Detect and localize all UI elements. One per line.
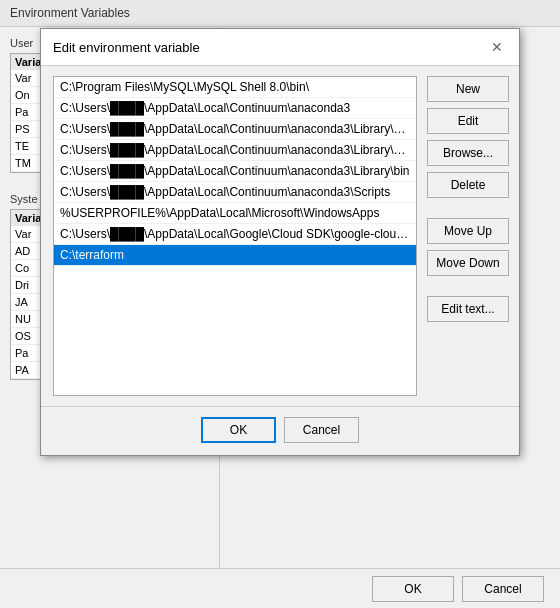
bg-ok-button[interactable]: OK — [372, 576, 454, 602]
edit-env-var-dialog: Edit environment variable ✕ C:\Program F… — [40, 28, 520, 456]
bg-cancel-button[interactable]: Cancel — [462, 576, 544, 602]
dialog-bottom-buttons: OK Cancel — [41, 406, 519, 455]
spacer-2 — [427, 282, 507, 290]
move-down-button[interactable]: Move Down — [427, 250, 509, 276]
new-button[interactable]: New — [427, 76, 509, 102]
list-item-7[interactable]: C:\Users\████\AppData\Local\Google\Cloud… — [54, 224, 416, 245]
dialog-close-button[interactable]: ✕ — [487, 37, 507, 57]
move-up-button[interactable]: Move Up — [427, 218, 509, 244]
edit-button[interactable]: Edit — [427, 108, 509, 134]
list-item-8[interactable]: C:\terraform — [54, 245, 416, 266]
list-item-3[interactable]: C:\Users\████\AppData\Local\Continuum\an… — [54, 140, 416, 161]
dialog-body: C:\Program Files\MySQL\MySQL Shell 8.0\b… — [41, 66, 519, 406]
spacer-1 — [427, 204, 507, 212]
dialog-title: Edit environment variable — [53, 40, 200, 55]
list-item-1[interactable]: C:\Users\████\AppData\Local\Continuum\an… — [54, 98, 416, 119]
list-item-2[interactable]: C:\Users\████\AppData\Local\Continuum\an… — [54, 119, 416, 140]
action-buttons-panel: New Edit Browse... Delete Move Up Move D… — [417, 76, 507, 396]
list-item-0[interactable]: C:\Program Files\MySQL\MySQL Shell 8.0\b… — [54, 77, 416, 98]
dialog-title-bar: Edit environment variable ✕ — [41, 29, 519, 66]
delete-button[interactable]: Delete — [427, 172, 509, 198]
bg-title: Environment Variables — [10, 6, 130, 20]
dialog-ok-button[interactable]: OK — [201, 417, 276, 443]
bg-bottom-buttons: OK Cancel — [0, 568, 560, 608]
env-var-list[interactable]: C:\Program Files\MySQL\MySQL Shell 8.0\b… — [53, 76, 417, 396]
edit-text-button[interactable]: Edit text... — [427, 296, 509, 322]
list-item-6[interactable]: %USERPROFILE%\AppData\Local\Microsoft\Wi… — [54, 203, 416, 224]
bg-title-bar: Environment Variables — [0, 0, 560, 27]
browse-button[interactable]: Browse... — [427, 140, 509, 166]
list-item-5[interactable]: C:\Users\████\AppData\Local\Continuum\an… — [54, 182, 416, 203]
dialog-cancel-button[interactable]: Cancel — [284, 417, 359, 443]
list-item-4[interactable]: C:\Users\████\AppData\Local\Continuum\an… — [54, 161, 416, 182]
